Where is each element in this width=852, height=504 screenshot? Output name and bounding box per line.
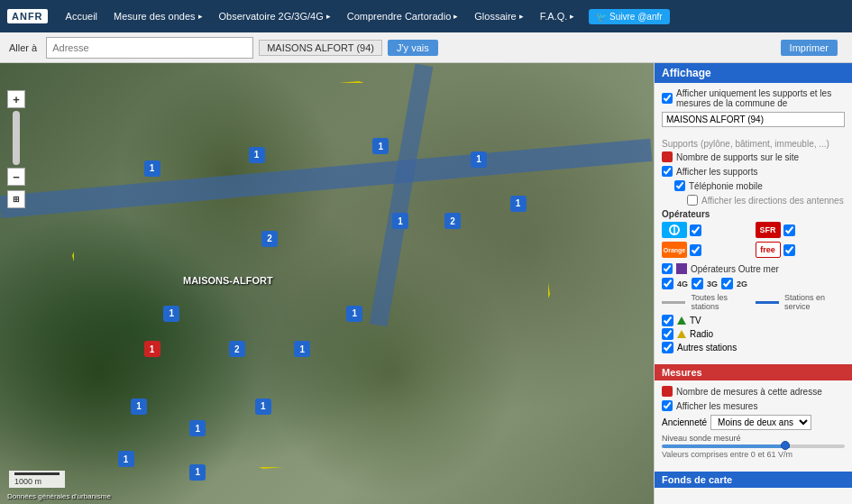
- red-icon: [662, 151, 673, 162]
- address-input[interactable]: [46, 37, 253, 59]
- map-marker[interactable]: 1: [189, 464, 206, 481]
- tech-row: 4G 3G 2G: [662, 278, 845, 289]
- operator-sfr: SFR: [756, 222, 846, 238]
- logo-anfr-text: ANFR: [12, 11, 43, 22]
- nav-accueil[interactable]: Accueil: [59, 0, 105, 32]
- afficher-commune-row: Afficher uniquement les supports et les …: [662, 88, 845, 108]
- slider-range-label: Valeurs comprises entre 0 et 61 V/m: [662, 450, 845, 459]
- map-marker[interactable]: 1: [131, 399, 147, 415]
- affichage-body: Afficher uniquement les supports et les …: [655, 83, 852, 361]
- mesures-header: Mesures: [655, 364, 852, 380]
- nav-arrow-4: ▸: [519, 12, 524, 21]
- map-marker[interactable]: 1: [392, 213, 408, 229]
- commune-badge: MAISONS ALFORT (94): [259, 40, 382, 56]
- map-marker[interactable]: 1: [255, 399, 271, 415]
- map-marker[interactable]: 1: [372, 138, 389, 154]
- nav-arrow-3: ▸: [453, 12, 458, 21]
- outre-mer-row: Opérateurs Outre mer: [662, 263, 845, 274]
- nav-faq[interactable]: F.A.Q. ▸: [533, 0, 582, 32]
- anciennete-select[interactable]: Moins de deux ans: [710, 415, 811, 430]
- map-controls: + − ⊞: [7, 90, 25, 208]
- map-marker[interactable]: 2: [444, 213, 461, 229]
- nav-comprendre[interactable]: Comprendre Cartoradio ▸: [340, 0, 466, 32]
- operator-free: free: [756, 242, 846, 258]
- right-panel: Affichage Afficher uniquement les suppor…: [654, 63, 852, 504]
- legend-all-stations: [662, 301, 685, 304]
- tv-checkbox[interactable]: [662, 315, 673, 326]
- legend-service-stations: [756, 301, 779, 304]
- zoom-out-button[interactable]: −: [7, 168, 25, 186]
- radio-checkbox[interactable]: [662, 328, 673, 340]
- map-marker[interactable]: 1: [294, 341, 310, 357]
- affichage-header: Affichage: [655, 63, 852, 83]
- free-checkbox[interactable]: [783, 244, 795, 256]
- map-attribution: Données générales d'urbanisme: [7, 492, 111, 500]
- telephonie-checkbox[interactable]: [674, 180, 685, 191]
- commune-name-input[interactable]: [662, 112, 845, 127]
- map-marker[interactable]: 1: [118, 451, 134, 467]
- afficher-commune-checkbox[interactable]: [662, 93, 673, 104]
- map-marker[interactable]: 1: [189, 420, 206, 436]
- sfr-logo: SFR: [756, 222, 781, 238]
- afficher-supports-row: Afficher les supports: [662, 166, 845, 177]
- nombre-mesures-row: Nombre de mesures à cette adresse: [662, 386, 845, 397]
- niveau-sonde-slider[interactable]: [662, 444, 845, 448]
- afficher-directions-row: Afficher les directions des antennes: [662, 195, 845, 206]
- bouygues-logo: [662, 222, 687, 238]
- niveau-sonde-label: Niveau sonde mesuré: [662, 434, 845, 443]
- mesures-section: Mesures Nombre de mesures à cette adress…: [655, 364, 852, 468]
- map-marker[interactable]: 1: [144, 160, 160, 177]
- scale-bar: 1000 m: [9, 471, 65, 488]
- nav-arrow-2: ▸: [326, 12, 331, 21]
- nav-mesure-ondes[interactable]: Mesure des ondes ▸: [106, 0, 210, 32]
- navbar: ANFR Accueil Mesure des ondes ▸ Observat…: [0, 0, 852, 32]
- searchbar: Aller à MAISONS ALFORT (94) J'y vais Imp…: [0, 32, 852, 63]
- radio-row: Radio: [662, 328, 845, 340]
- map-marker[interactable]: 1: [346, 306, 362, 322]
- 2g-checkbox[interactable]: [721, 278, 733, 289]
- operator-grid: SFR Orange free: [662, 222, 845, 258]
- twitter-button[interactable]: 🐦 Suivre @anfr: [589, 9, 669, 24]
- orange-logo: Orange: [662, 242, 687, 258]
- operateurs-label: Opérateurs: [662, 209, 845, 219]
- orange-checkbox[interactable]: [690, 244, 701, 256]
- map-marker[interactable]: 1: [249, 147, 265, 163]
- layers-button[interactable]: ⊞: [7, 190, 25, 208]
- map-marker[interactable]: 1: [163, 306, 179, 322]
- nav-observatoire[interactable]: Observatoire 2G/3G/4G ▸: [212, 0, 338, 32]
- map-marker[interactable]: 1: [510, 196, 527, 212]
- zoom-in-button[interactable]: +: [7, 90, 25, 108]
- stations-legend: Toutes les stations Stations en service: [662, 293, 845, 311]
- 3g-checkbox[interactable]: [692, 278, 703, 289]
- goto-label: Aller à: [9, 42, 37, 53]
- map-marker[interactable]: 2: [229, 341, 245, 357]
- slider-container: Niveau sonde mesuré Valeurs comprises en…: [662, 434, 845, 459]
- map-container[interactable]: MAISONS-ALFORT 1 1 1 1 1 2 2 1 1 1 2 1 1…: [0, 63, 654, 504]
- nav-glossaire[interactable]: Glossaire ▸: [467, 0, 530, 32]
- autres-stations-checkbox[interactable]: [662, 342, 673, 353]
- map-marker[interactable]: 2: [261, 231, 278, 247]
- map-marker[interactable]: 1: [471, 151, 487, 168]
- outre-mer-checkbox[interactable]: [662, 263, 673, 274]
- nav-arrow-5: ▸: [570, 12, 574, 21]
- telephonie-row: Téléphonie mobile: [662, 180, 845, 191]
- afficher-mesures-row: Afficher les mesures: [662, 400, 845, 411]
- afficher-supports-checkbox[interactable]: [662, 166, 673, 177]
- go-button[interactable]: J'y vais: [388, 40, 438, 56]
- afficher-directions-checkbox[interactable]: [687, 195, 698, 206]
- map-marker-red[interactable]: 1: [144, 341, 160, 357]
- free-logo: free: [756, 242, 781, 258]
- afficher-mesures-checkbox[interactable]: [662, 400, 673, 411]
- sfr-checkbox[interactable]: [783, 225, 795, 236]
- print-button[interactable]: Imprimer: [781, 40, 838, 56]
- operator-orange: Orange: [662, 242, 752, 258]
- main-container: MAISONS-ALFORT 1 1 1 1 1 2 2 1 1 1 2 1 1…: [0, 63, 852, 504]
- tv-row: TV: [662, 315, 845, 326]
- zoom-slider[interactable]: [13, 111, 20, 165]
- anciennete-row: Ancienneté Moins de deux ans: [662, 415, 845, 430]
- 4g-checkbox[interactable]: [662, 278, 673, 289]
- logo: ANFR: [7, 9, 48, 23]
- mesures-red-icon: [662, 386, 673, 397]
- nombre-supports-row: Nombre de supports sur le site: [662, 151, 845, 162]
- bouygues-checkbox[interactable]: [690, 225, 701, 236]
